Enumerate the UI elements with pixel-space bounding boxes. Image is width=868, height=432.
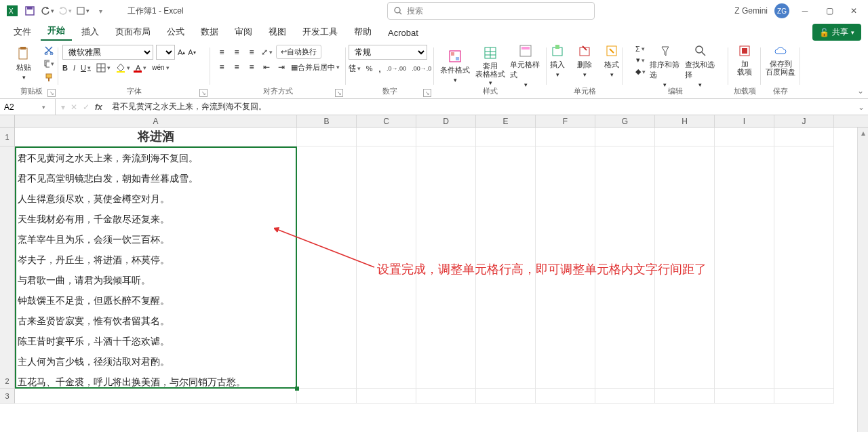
format-painter-icon[interactable]: [43, 72, 54, 83]
close-button[interactable]: ✕: [845, 2, 863, 20]
qat-more-icon[interactable]: ▾: [94, 4, 107, 18]
fill-color-button[interactable]: [116, 63, 130, 73]
undo-icon[interactable]: [41, 4, 54, 18]
autosum-icon[interactable]: Σ: [635, 45, 646, 53]
font-launcher[interactable]: ↘: [199, 89, 208, 97]
copy-icon[interactable]: [43, 58, 54, 69]
cell-i1[interactable]: [715, 127, 774, 146]
tab-help[interactable]: 帮助: [347, 23, 378, 41]
cell-h1[interactable]: [655, 127, 715, 146]
conditional-format-button[interactable]: 条件格式▾: [439, 43, 471, 88]
row-header-3[interactable]: 3: [0, 389, 15, 404]
align-center-icon[interactable]: ≡: [231, 62, 242, 73]
number-launcher[interactable]: ↘: [423, 89, 431, 97]
cell-f1[interactable]: [536, 127, 595, 146]
increase-font-icon[interactable]: A▴: [178, 48, 185, 56]
cut-icon[interactable]: [43, 45, 54, 56]
col-header-c[interactable]: C: [357, 115, 416, 127]
cell-j1[interactable]: [774, 127, 834, 146]
merge-center-button[interactable]: ▦ 合并后居中: [291, 62, 340, 73]
cell-c1[interactable]: [357, 127, 416, 146]
orientation-icon[interactable]: ⤢: [261, 47, 272, 58]
formula-expand-icon[interactable]: ⌄: [854, 102, 868, 112]
insert-cells-button[interactable]: 插入▾: [546, 43, 569, 78]
cell-ref-input[interactable]: [4, 102, 42, 112]
col-header-a[interactable]: A: [15, 115, 297, 127]
col-header-e[interactable]: E: [476, 115, 536, 127]
paste-button[interactable]: 粘贴▾: [8, 43, 39, 83]
find-select-button[interactable]: 查找和选择▾: [685, 43, 716, 88]
cell-e1[interactable]: [476, 127, 536, 146]
minimize-button[interactable]: ─: [796, 2, 814, 20]
font-color-button[interactable]: A: [136, 62, 146, 73]
col-header-d[interactable]: D: [416, 115, 476, 127]
fb-cancel-icon[interactable]: ✕: [71, 102, 77, 112]
cell-a1[interactable]: 将进酒: [15, 127, 297, 146]
border-button[interactable]: [96, 63, 111, 73]
percent-icon[interactable]: %: [366, 64, 373, 73]
cell-h3[interactable]: [655, 389, 715, 404]
tab-developer[interactable]: 开发工具: [296, 23, 344, 41]
align-launcher[interactable]: ↘: [335, 89, 343, 97]
wrap-text-button[interactable]: ↩ 自动换行: [276, 45, 321, 59]
addins-button[interactable]: 加 载项: [731, 43, 758, 76]
avatar[interactable]: ZG: [774, 3, 789, 18]
clear-icon[interactable]: ◆: [635, 67, 646, 76]
share-button[interactable]: 🔓共享▾: [812, 24, 861, 41]
sort-filter-button[interactable]: 排序和筛选▾: [650, 43, 681, 88]
cell-j2[interactable]: [774, 146, 834, 389]
decrease-font-icon[interactable]: A▾: [188, 48, 195, 56]
ribbon-collapse-icon[interactable]: ⌄: [857, 86, 864, 96]
row-header-1[interactable]: 1: [0, 127, 15, 146]
tab-formulas[interactable]: 公式: [160, 23, 191, 41]
italic-button[interactable]: I: [73, 64, 75, 72]
row-header-2[interactable]: 2: [0, 146, 15, 389]
cell-a2[interactable]: 君不见黄河之水天上来，奔流到海不复回。 君不见高堂明镜悲白发，朝如青丝暮成雪。 …: [15, 146, 297, 389]
delete-cells-button[interactable]: 删除▾: [573, 43, 596, 78]
tab-review[interactable]: 审阅: [228, 23, 259, 41]
tab-page-layout[interactable]: 页面布局: [108, 23, 157, 41]
col-header-h[interactable]: H: [655, 115, 715, 127]
font-size-combo[interactable]: 14: [156, 45, 175, 60]
align-bottom-icon[interactable]: ≡: [246, 47, 257, 58]
col-header-i[interactable]: I: [715, 115, 774, 127]
font-name-combo[interactable]: 微软雅黑: [62, 45, 153, 60]
col-header-g[interactable]: G: [595, 115, 655, 127]
vertical-scrollbar[interactable]: ▴: [857, 127, 868, 432]
align-top-icon[interactable]: ≡: [216, 47, 227, 58]
tab-view[interactable]: 视图: [262, 23, 293, 41]
cell-styles-button[interactable]: 单元格样式▾: [510, 43, 541, 88]
cell-g1[interactable]: [595, 127, 655, 146]
cell-c3[interactable]: [357, 389, 416, 404]
decrease-indent-icon[interactable]: ⇤: [261, 62, 272, 73]
cell-d3[interactable]: [416, 389, 476, 404]
tab-acrobat[interactable]: Acrobat: [381, 25, 425, 41]
fx-icon[interactable]: fx: [95, 102, 102, 112]
align-middle-icon[interactable]: ≡: [231, 47, 242, 58]
redo-icon[interactable]: [58, 4, 72, 18]
col-header-f[interactable]: F: [536, 115, 595, 127]
search-box[interactable]: 搜索: [387, 2, 595, 20]
maximize-button[interactable]: ▢: [821, 2, 838, 20]
cell-g3[interactable]: [595, 389, 655, 404]
fill-icon[interactable]: ▾: [635, 56, 646, 64]
formula-content[interactable]: 君不见黄河之水天上来，奔流到海不复回。: [108, 101, 854, 113]
clipboard-launcher[interactable]: ↘: [47, 89, 56, 97]
align-right-icon[interactable]: ≡: [246, 62, 257, 73]
tab-data[interactable]: 数据: [194, 23, 225, 41]
format-as-table-button[interactable]: 套用 表格格式▾: [475, 43, 506, 88]
increase-indent-icon[interactable]: ⇥: [276, 62, 287, 73]
select-all-corner[interactable]: [0, 115, 15, 127]
col-header-b[interactable]: B: [297, 115, 357, 127]
scroll-up-icon[interactable]: ▴: [858, 127, 868, 138]
qat-customize-icon[interactable]: [76, 4, 90, 18]
fb-enter-icon[interactable]: ✓: [83, 102, 90, 112]
col-header-j[interactable]: J: [774, 115, 834, 127]
user-name[interactable]: Z Gemini: [734, 6, 768, 16]
save-baidu-button[interactable]: 保存到 百度网盘: [763, 43, 798, 76]
tab-insert[interactable]: 插入: [75, 23, 106, 41]
increase-decimal-icon[interactable]: .0→.00: [387, 65, 406, 72]
bold-button[interactable]: B: [62, 64, 68, 72]
cell-a3[interactable]: [15, 389, 297, 404]
tab-file[interactable]: 文件: [7, 23, 38, 41]
